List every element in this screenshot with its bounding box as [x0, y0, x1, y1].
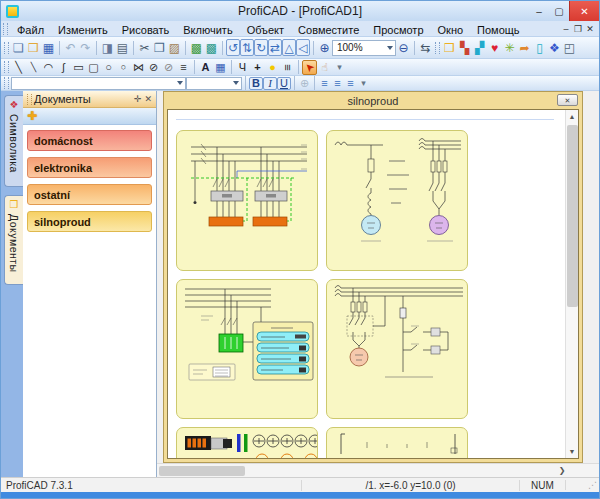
toolbar-grip[interactable] [435, 42, 440, 54]
menu-item-object[interactable]: Объект [240, 24, 291, 36]
title-block-button[interactable]: ◰ [562, 39, 577, 56]
vertical-scroll-thumb[interactable] [567, 125, 578, 307]
schematic-page-6[interactable] [326, 427, 468, 459]
copy-button[interactable]: ❐ [152, 39, 167, 56]
bezier-tool-button[interactable]: ʃ [56, 60, 71, 75]
wiring-button[interactable]: ▞ [472, 39, 487, 56]
schematic-page-5[interactable] [176, 427, 318, 459]
toolbar-overflow-button[interactable]: ▾ [332, 60, 347, 75]
menu-item-file[interactable]: Файл [10, 24, 51, 36]
mdi-horizontal-scrollbar[interactable]: ❯ [157, 463, 599, 477]
menu-item-align[interactable]: Совместите [291, 24, 366, 36]
toolbar-grip[interactable] [4, 61, 9, 73]
minimize-button[interactable]: – [529, 1, 549, 21]
no-outline-tool-button[interactable]: ⊘ [161, 60, 176, 75]
gate-tool-button[interactable]: Ч [235, 60, 250, 75]
schematic-page-1[interactable] [176, 130, 318, 271]
toolbar-grip[interactable] [4, 42, 9, 54]
flip-vertical-button[interactable]: ⇅ [240, 39, 254, 56]
undo-button[interactable]: ↶ [63, 39, 78, 56]
child-close-button[interactable]: ✕ [584, 24, 596, 34]
clipboard-panel-button[interactable]: ▯ [532, 39, 547, 56]
new-document-button[interactable]: ❏ [11, 39, 26, 56]
document-category-silnoproud[interactable]: silnoproud [27, 211, 152, 232]
hatch-tool-button[interactable]: ≡ [176, 60, 191, 75]
polyline-tool-button[interactable]: ╲ [26, 60, 41, 75]
menu-item-edit[interactable]: Изменить [51, 24, 115, 36]
schematic-canvas[interactable]: ▲ ▼ [167, 109, 579, 459]
cut-button[interactable]: ✂ [137, 39, 152, 56]
horizontal-scroll-thumb[interactable] [159, 466, 245, 476]
mirror-button[interactable]: ◁ [296, 39, 310, 56]
schematic-page-2[interactable] [326, 130, 468, 271]
wire-number-tool-button[interactable]: ≡ [280, 60, 295, 75]
underline-button[interactable]: U [277, 77, 291, 90]
toolbar-overflow-button[interactable]: ▾ [357, 77, 370, 90]
font-size-combo[interactable] [186, 77, 242, 90]
page-settings-button[interactable]: ⇆ [418, 39, 433, 56]
child-window-close-button[interactable]: ✕ [557, 94, 578, 106]
italic-button[interactable]: I [263, 77, 277, 90]
zoom-level-combo[interactable]: 100% [332, 40, 396, 56]
dropdown-caret-icon[interactable] [177, 81, 183, 85]
panel-close-icon[interactable]: ✕ [144, 95, 152, 104]
open-document-button[interactable]: ❒ [26, 39, 41, 56]
menu-item-insert[interactable]: Включить [176, 24, 239, 36]
style-picker-button[interactable]: ⊕ [298, 77, 311, 90]
panel-grip[interactable] [27, 94, 32, 105]
paste-button[interactable]: ▨ [167, 39, 182, 56]
child-window-title-bar[interactable]: silnoproud ✕ [164, 92, 582, 109]
dropdown-caret-icon[interactable] [387, 46, 393, 50]
canvas-vertical-scrollbar[interactable]: ▲ ▼ [565, 110, 578, 458]
align-left-button[interactable]: ≡ [318, 77, 331, 90]
node-tool-button[interactable]: ● [265, 60, 280, 75]
symbols-browser-button[interactable]: ✳ [502, 39, 517, 56]
toolbar-grip[interactable] [4, 77, 9, 89]
print-button[interactable]: ▤ [115, 39, 130, 56]
export-image-button[interactable]: ▩ [189, 39, 204, 56]
zoom-out-button[interactable]: ⊖ [396, 39, 411, 56]
scroll-right-icon[interactable]: ❯ [555, 464, 569, 477]
schematic-page-4[interactable] [326, 279, 468, 419]
redo-button[interactable]: ↷ [78, 39, 93, 56]
font-family-combo[interactable] [11, 77, 186, 90]
layers-button[interactable]: ❖ [547, 39, 562, 56]
align-right-button[interactable]: ≡ [344, 77, 357, 90]
line-tool-button[interactable]: ╲ [11, 60, 26, 75]
ellipse-tool-button[interactable]: ○ [101, 60, 116, 75]
insert-image-button[interactable]: ▩ [204, 39, 219, 56]
rounded-rectangle-tool-button[interactable]: ▢ [86, 60, 101, 75]
document-category-elektronika[interactable]: elektronika [27, 157, 152, 178]
scroll-down-icon[interactable]: ▼ [566, 445, 578, 458]
menubar-grip[interactable] [3, 23, 8, 35]
export-button[interactable]: ➦ [517, 39, 532, 56]
align-center-button[interactable]: ≡ [331, 77, 344, 90]
schematic-page-3[interactable] [176, 279, 318, 419]
bold-button[interactable]: B [249, 77, 263, 90]
rectangle-tool-button[interactable]: ▭ [71, 60, 86, 75]
save-document-button[interactable]: ▦ [41, 39, 56, 56]
flip-horizontal-button[interactable]: △ [282, 39, 296, 56]
pan-tool-button[interactable]: ☝ [317, 60, 332, 75]
pin-icon[interactable]: ✛ [134, 95, 142, 104]
image-tool-button[interactable]: ▦ [213, 60, 228, 75]
rotate-left-button[interactable]: ↺ [226, 39, 240, 56]
child-restore-button[interactable]: ❐ [572, 24, 584, 34]
hourglass-tool-button[interactable]: ⋈ [131, 60, 146, 75]
print-preview-button[interactable]: ◨ [100, 39, 115, 56]
add-document-button[interactable]: ✚ [27, 110, 37, 122]
menu-item-view[interactable]: Просмотр [366, 24, 430, 36]
resize-grip[interactable]: ⋰ [565, 480, 599, 490]
text-tool-button[interactable]: A [198, 60, 213, 75]
child-minimize-button[interactable]: – [560, 24, 572, 34]
menu-item-window[interactable]: Окно [431, 24, 471, 36]
rotate-right-button[interactable]: ↻ [254, 39, 268, 56]
circle-tool-button[interactable]: ○ [116, 60, 131, 75]
select-tool-button[interactable]: ➤ [302, 60, 317, 75]
menu-item-draw[interactable]: Рисовать [115, 24, 177, 36]
document-category-ostatní[interactable]: ostatní [27, 184, 152, 205]
netlist-button[interactable]: ▚ [457, 39, 472, 56]
dropdown-caret-icon[interactable] [233, 81, 239, 85]
documents-panel-header[interactable]: Документы ✛ ✕ [23, 91, 156, 108]
arc-tool-button[interactable]: ◠ [41, 60, 56, 75]
